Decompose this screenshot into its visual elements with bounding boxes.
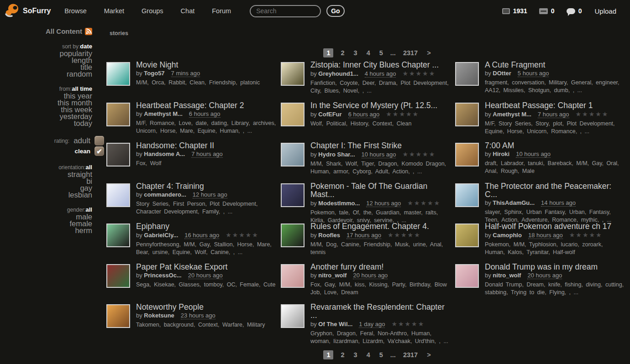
story-title[interactable]: Another furry dream! (310, 263, 451, 271)
all-content-link[interactable]: All Content (46, 27, 82, 35)
nav-item-chat[interactable]: Chat (181, 7, 195, 15)
story-time[interactable]: 20 hours ago (353, 272, 388, 279)
story-avatar[interactable] (455, 264, 479, 288)
story-author[interactable]: PrincessOc... (144, 272, 181, 279)
story-tags[interactable]: M/F, Story Series, Story, plot, Plot Dev… (485, 120, 625, 135)
story-avatar[interactable] (281, 304, 304, 328)
story-tags[interactable]: Fox, Gay, M/M, kiss, Kissing, Party, Bir… (310, 281, 451, 296)
story-tags[interactable]: Pennyforthesong, M/M, Gay, Stallion, Hor… (136, 241, 276, 256)
story-author[interactable]: CofEFur (318, 111, 341, 118)
story-title[interactable]: Chapter 4: Training (136, 182, 276, 190)
story-author[interactable]: Roofles (318, 232, 340, 239)
story-avatar[interactable] (106, 304, 130, 328)
story-avatar[interactable] (281, 103, 304, 126)
story-avatar[interactable] (455, 62, 479, 86)
story-tags[interactable]: Donald Trump, Dream, knife, fishing, div… (485, 281, 625, 296)
story-author[interactable]: Camophlo (493, 232, 522, 239)
story-tags[interactable]: Sega, Kisekae, Glasses, tomboy, OC, Fema… (136, 281, 276, 289)
clean-checkbox[interactable]: ✔ (94, 146, 104, 156)
page-link[interactable]: 5 (378, 48, 385, 57)
story-tags[interactable]: M/F, Romance, Love, date, dating, Librar… (136, 120, 276, 135)
story-avatar[interactable] (106, 103, 130, 126)
story-author[interactable]: nitro_wolf (493, 272, 521, 279)
story-title[interactable]: The Protector and the Peacemaker: C... (485, 182, 625, 198)
sort-selected[interactable]: date (80, 43, 92, 50)
watch-counter[interactable]: 1931 (502, 7, 527, 15)
story-avatar[interactable] (281, 143, 304, 166)
messages-counter[interactable]: 0 (567, 7, 582, 15)
story-title[interactable]: Noteworthy People (136, 303, 276, 311)
story-author[interactable]: Hydro Shar... (318, 151, 355, 158)
page-link[interactable]: 2 (339, 350, 346, 359)
story-author[interactable]: Handsome A... (144, 151, 185, 157)
story-author[interactable]: Hiroki (493, 151, 509, 157)
orientation-option[interactable]: straight (0, 171, 92, 178)
story-avatar[interactable] (455, 103, 479, 126)
story-time[interactable]: 6 hours ago (348, 111, 380, 118)
story-avatar[interactable] (455, 143, 479, 166)
orientation-option[interactable]: bi (0, 178, 92, 185)
story-title[interactable]: Chapter I: The First Strike (310, 141, 451, 150)
search-input[interactable] (250, 5, 321, 17)
story-time[interactable]: 12 hours ago (366, 200, 401, 207)
page-current[interactable]: 1 (323, 350, 333, 359)
story-author[interactable]: ModestImmo... (318, 200, 360, 207)
sort-option[interactable]: random (0, 71, 92, 78)
story-author[interactable]: Of The Wil... (318, 321, 352, 328)
story-avatar[interactable] (106, 62, 130, 86)
story-time[interactable]: 1 day ago (359, 321, 385, 328)
story-time[interactable]: 10 hours ago (362, 151, 396, 158)
story-author[interactable]: Amethyst M... (493, 111, 531, 118)
story-title[interactable]: Movie Night (136, 61, 276, 69)
page-link[interactable]: 3 (352, 350, 359, 359)
story-time[interactable]: 17 hours ago (346, 232, 381, 239)
story-avatar[interactable] (281, 183, 304, 207)
story-time[interactable]: 20 hours ago (188, 272, 223, 279)
story-title[interactable]: Pokemon - Tale Of The Guardian Mast... (310, 182, 451, 198)
story-avatar[interactable] (455, 183, 479, 207)
search-go-button[interactable]: Go (326, 5, 344, 17)
story-title[interactable]: Paper Pat Kisekae Export (136, 263, 276, 271)
story-time[interactable]: 12 hours ago (193, 191, 227, 198)
story-title[interactable]: In the Service of Mystery (Pt. 12.5... (310, 101, 451, 109)
inbox-counter[interactable]: 0 (539, 7, 555, 15)
story-time[interactable]: 5 hours ago (518, 70, 549, 77)
story-time[interactable]: 20 hours ago (527, 272, 562, 279)
story-time[interactable]: 23 hours ago (181, 312, 215, 319)
story-avatar[interactable] (106, 143, 130, 166)
nav-item-browse[interactable]: Browse (64, 7, 86, 15)
sofurry-logo[interactable]: SoFurry (4, 3, 51, 19)
story-title[interactable]: Heartbeat Passage: Chapter 1 (485, 101, 625, 109)
story-time[interactable]: 18 hours ago (528, 232, 563, 239)
story-title[interactable]: 7:00 AM (485, 141, 625, 150)
story-tags[interactable]: Fanfiction, Coyote, Deer, Drama, Plot De… (310, 79, 451, 95)
adult-checkbox[interactable]: ✔ (94, 136, 104, 146)
story-author[interactable]: Amethyst M... (144, 110, 183, 117)
story-tags[interactable]: M/M, Dog, Canine, Friendship, Musk, urin… (310, 241, 451, 256)
story-avatar[interactable] (281, 264, 304, 288)
story-title[interactable]: Zistopia: Inner City Blues Chapter ... (310, 61, 451, 69)
story-author[interactable]: nitro_wolf (318, 272, 346, 279)
story-tags[interactable]: Takomen, background, Context, Warfare, M… (136, 321, 276, 329)
story-time[interactable]: 7 mins ago (171, 70, 200, 77)
story-tags[interactable]: M/M, Orca, Rabbit, Clean, Friendship, pl… (136, 79, 276, 87)
story-tags[interactable]: draft, Labrador, tanuki, Bareback, M/M, … (485, 160, 625, 175)
story-author[interactable]: commandero... (144, 191, 186, 198)
story-time[interactable]: 6 hours ago (189, 110, 220, 118)
page-link[interactable]: 3 (352, 48, 359, 57)
rating-adult-label[interactable]: adult (74, 136, 90, 146)
nav-item-groups[interactable]: Groups (142, 7, 163, 15)
orientation-option[interactable]: lesbian (0, 192, 92, 198)
story-avatar[interactable] (281, 62, 304, 86)
story-tags[interactable]: fragment, conversation, Military, Genera… (485, 79, 625, 94)
page-link[interactable]: 4 (365, 48, 372, 57)
story-tags[interactable]: Pokemon, M/M, Typhlosion, lucario, zoroa… (485, 241, 625, 256)
story-time[interactable]: 14 hours ago (541, 199, 576, 207)
story-tags[interactable]: M/M, Shark, Wolf, Tiger, Dragon, Komodo … (310, 160, 451, 176)
from-option[interactable]: today (0, 120, 92, 127)
story-avatar[interactable] (281, 224, 304, 247)
page-current[interactable]: 1 (323, 48, 333, 57)
story-author[interactable]: ThisAdamGu... (493, 199, 535, 206)
rating-clean-label[interactable]: clean (74, 148, 90, 155)
story-tags[interactable]: Fox, Wolf (136, 160, 276, 167)
